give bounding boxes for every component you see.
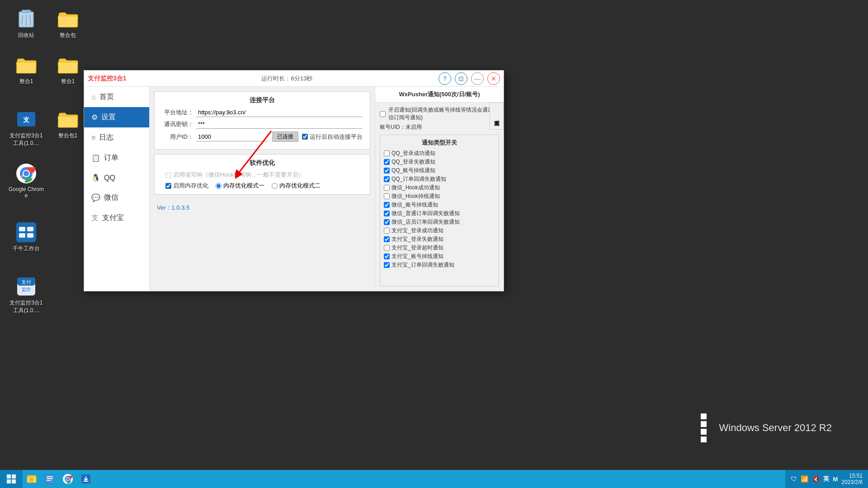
userid-input[interactable]	[196, 132, 269, 141]
taskbar-app4[interactable]	[77, 470, 95, 488]
hook-label[interactable]: 启用读写钩（微信Hook读写钩，一般不需要开启）	[165, 171, 304, 179]
notify-checkbox[interactable]	[384, 236, 390, 242]
svg-rect-32	[47, 476, 53, 477]
svg-point-38	[66, 478, 69, 480]
notify-item-label: QQ_登录失败通知	[392, 158, 435, 166]
svg-rect-15	[27, 233, 33, 238]
desktop-icon-qianniu[interactable]: 千牛工作台	[8, 221, 44, 253]
notify-checkbox[interactable]	[384, 185, 390, 191]
notify-item-label: QQ_订单回调失败通知	[392, 175, 446, 183]
auto-connect-checkbox[interactable]	[302, 134, 308, 140]
notify-item: QQ_登录成功通知	[384, 150, 495, 157]
zhenghe1a-label: 整合1	[19, 78, 33, 85]
notify-item-label: 微信_账号掉线通知	[392, 201, 438, 209]
notify-checkbox[interactable]	[384, 219, 390, 225]
minimize-button[interactable]: —	[471, 72, 484, 85]
sidebar-item-alipay[interactable]: 支 支付宝	[84, 208, 149, 228]
sidebar-item-logs[interactable]: ≡ 日志	[84, 127, 149, 148]
m-indicator[interactable]: M	[833, 476, 838, 483]
notify-checkbox[interactable]	[384, 159, 390, 165]
sidebar-wechat-label: 微信	[104, 193, 118, 202]
notify-checkbox[interactable]	[384, 228, 390, 234]
close-button[interactable]: ✕	[487, 72, 500, 85]
notify-item-label: 支付宝_登录成功通知	[392, 227, 443, 235]
notify-item: QQ_账号掉线通知	[384, 167, 495, 174]
notify-checkbox[interactable]	[384, 193, 390, 199]
notify-checkbox[interactable]	[384, 176, 390, 182]
desktop: 回收站 整合包 整合1 整合1	[0, 0, 868, 470]
zhenghe-pack-label: 整合包	[60, 32, 76, 39]
notify-item: 支付宝_订单回调失败通知	[384, 261, 495, 269]
desktop-icon-recycle[interactable]: 回收站	[8, 8, 44, 39]
notify-checkbox[interactable]	[384, 262, 390, 268]
password-row: 通讯密钥：	[162, 120, 363, 129]
alipay-icon: 支	[91, 213, 99, 223]
app-title: 支付监控3合1	[88, 75, 127, 83]
platform-url-input[interactable]	[196, 108, 363, 117]
memory-opt-label[interactable]: 启用内存优化	[165, 182, 208, 190]
wxpusher-body: 开启通知(回调失败或账号掉线等情况会通过微信订阅号通知) 账号UID：未启用 测…	[375, 103, 504, 135]
sidebar-item-wechat[interactable]: 💬 微信	[84, 188, 149, 208]
qianniu-label: 千牛工作台	[13, 245, 40, 253]
password-input[interactable]	[196, 120, 363, 129]
mode1-radio[interactable]	[216, 183, 222, 189]
hook-checkbox[interactable]	[165, 172, 171, 178]
taskbar-explorer[interactable]	[23, 470, 41, 488]
svg-rect-24	[7, 479, 11, 483]
window-controls: ? ⊡ — ✕	[439, 72, 500, 85]
svg-rect-23	[12, 474, 16, 479]
notify-checkbox[interactable]	[384, 253, 390, 259]
windows-logo	[700, 413, 714, 443]
notify-checkbox[interactable]	[384, 202, 390, 208]
notify-item-label: 微信_Hook成功通知	[392, 184, 440, 192]
sidebar-item-orders[interactable]: 📋 订单	[84, 148, 149, 168]
notify-checkbox[interactable]	[384, 211, 390, 216]
folder-icon	[57, 8, 79, 30]
taskbar-chrome-icon	[62, 474, 73, 484]
mode1-label[interactable]: 内存优化模式一	[216, 182, 264, 190]
test-send-button[interactable]: 测试发送	[490, 103, 504, 130]
sidebar-item-settings[interactable]: ⚙ 设置	[84, 107, 149, 127]
svg-rect-13	[27, 227, 33, 231]
clock-date: 2023/2/6	[841, 479, 863, 485]
notify-item-label: 微信_普通订单回调失败通知	[392, 210, 460, 217]
taskbar-apps	[23, 470, 785, 488]
help-button[interactable]: ?	[439, 72, 451, 85]
taskbar-right: 🛡 📶 🔇 英 M 15:51 2023/2/6	[785, 470, 868, 488]
notify-checkbox[interactable]	[384, 150, 390, 156]
desktop-icon-zhenghe1b[interactable]: 整合1	[50, 54, 86, 85]
mode2-label[interactable]: 内存优化模式二	[272, 182, 321, 190]
userid-label: 用户ID：	[162, 133, 193, 141]
mode2-text: 内存优化模式二	[279, 182, 321, 190]
connected-button[interactable]: 已连接	[272, 131, 298, 142]
taskbar-chrome[interactable]	[59, 470, 77, 488]
desktop-icon-zhifu2[interactable]: 支付 监控 支付监控3合1工具(1.0....	[8, 276, 44, 314]
desktop-icon-zhenghe1a[interactable]: 整合1	[8, 54, 44, 85]
logs-icon: ≡	[91, 134, 95, 142]
sidebar-item-qq[interactable]: 🐧 QQ	[84, 168, 149, 188]
taskbar: 🛡 📶 🔇 英 M 15:51 2023/2/6	[0, 470, 868, 488]
wxpusher-notify-checkbox[interactable]	[380, 111, 386, 117]
restore-button[interactable]: ⊡	[455, 72, 467, 85]
mode2-radio[interactable]	[272, 183, 278, 189]
sidebar-orders-label: 订单	[104, 153, 118, 163]
notify-item-label: QQ_账号掉线通知	[392, 167, 435, 174]
sidebar-alipay-label: 支付宝	[102, 213, 124, 223]
language-indicator[interactable]: 英	[823, 475, 829, 483]
desktop-icon-chrome[interactable]: Google Chrome	[8, 163, 44, 199]
start-button[interactable]	[0, 470, 23, 488]
hook-text: 启用读写钩（微信Hook读写钩，一般不需要开启）	[173, 171, 304, 179]
desktop-icon-zhifu1[interactable]: 支 支付监控3合1工具(1.0....	[8, 108, 44, 147]
taskbar-filemanager[interactable]	[41, 470, 59, 488]
sidebar-item-home[interactable]: ⌂ 首页	[84, 87, 149, 107]
hook-row: 启用读写钩（微信Hook读写钩，一般不需要开启）	[162, 171, 363, 179]
recycle-label: 回收站	[18, 32, 34, 39]
memory-opt-checkbox[interactable]	[165, 183, 171, 189]
notify-checkbox[interactable]	[384, 168, 390, 174]
desktop-icon-zhenghe-pack1[interactable]: 整合包1	[50, 108, 86, 140]
auto-connect-label[interactable]: 运行后自动连接平台	[302, 133, 363, 141]
svg-text:支: 支	[23, 116, 30, 123]
notify-checkbox[interactable]	[384, 245, 390, 251]
wxpusher-header: WxPusher通知(500次/日/账号)	[375, 87, 504, 103]
desktop-icon-zhenghe-pack[interactable]: 整合包	[50, 8, 86, 39]
